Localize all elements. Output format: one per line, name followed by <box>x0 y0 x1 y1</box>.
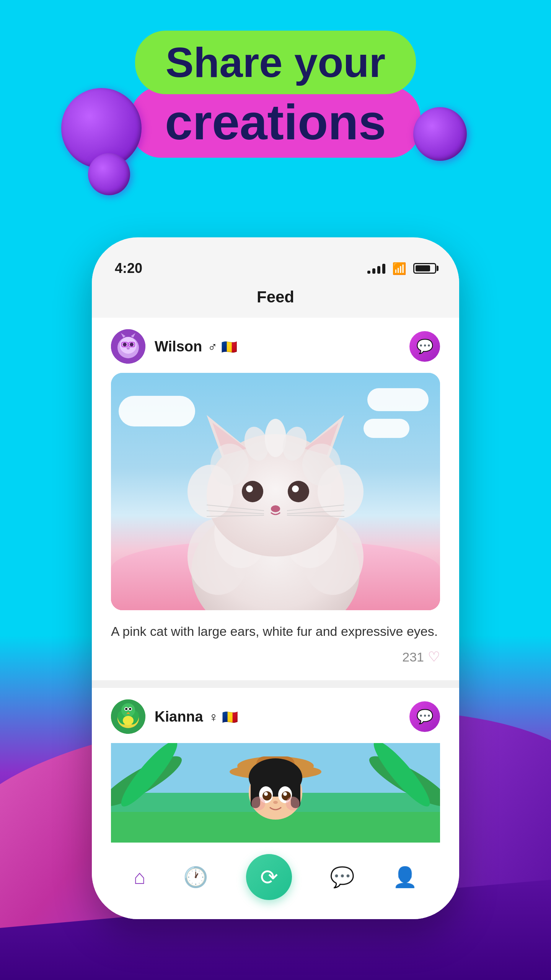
cat-illustration <box>111 373 440 610</box>
svg-point-37 <box>265 419 286 457</box>
svg-point-3 <box>123 343 127 346</box>
post-1-likes[interactable]: 231 ♡ <box>111 645 440 673</box>
nav-profile[interactable]: 👤 <box>393 866 417 889</box>
nav-history[interactable]: 🕐 <box>183 866 208 889</box>
phone-frame: 4:20 📶 Feed <box>92 237 459 919</box>
post-1-username: Wilson <box>155 338 202 354</box>
status-bar: 4:20 📶 <box>92 253 459 280</box>
post-separator <box>92 680 459 688</box>
post-2: Kianna ♀️ 🇷🇴 💬 <box>92 688 459 843</box>
nav-home[interactable]: ⌂ <box>134 866 145 889</box>
svg-point-8 <box>127 347 130 350</box>
home-icon: ⌂ <box>134 866 145 889</box>
signal-bar-3 <box>377 266 380 274</box>
battery-fill <box>416 265 430 271</box>
creations-badge: creations <box>130 87 421 158</box>
svg-point-4 <box>130 343 134 346</box>
post-2-badges: ♀️ 🇷🇴 <box>209 709 238 725</box>
svg-point-50 <box>123 716 134 725</box>
svg-point-29 <box>271 505 280 512</box>
heart-icon[interactable]: ♡ <box>428 649 440 665</box>
post-1-header: Wilson ♂️ 🇷🇴 💬 <box>111 329 440 364</box>
signal-bars-icon <box>367 263 385 274</box>
svg-point-70 <box>283 792 287 796</box>
cat-scene <box>111 373 440 610</box>
share-your-text: Share your <box>166 39 386 86</box>
likes-count: 231 <box>402 650 424 665</box>
signal-bar-4 <box>382 264 385 274</box>
status-time: 4:20 <box>115 260 142 276</box>
post-2-user[interactable]: Kianna ♀️ 🇷🇴 <box>111 699 238 734</box>
ball-small <box>88 153 130 195</box>
bottom-nav: ⌂ 🕐 ⟳ 💬 👤 <box>92 843 459 919</box>
chat-bubble-icon: 💬 <box>416 338 434 354</box>
nav-create-button[interactable]: ⟳ <box>246 854 292 900</box>
create-icon: ⟳ <box>260 865 278 890</box>
svg-point-44 <box>121 703 135 717</box>
post-1-description: A pink cat with large ears, white fur an… <box>111 618 440 645</box>
svg-point-24 <box>302 444 341 486</box>
phone-mockup: 4:20 📶 Feed <box>92 237 459 919</box>
chat-nav-icon: 💬 <box>330 866 355 889</box>
svg-point-48 <box>129 708 131 710</box>
post-1-user[interactable]: Wilson ♂️ 🇷🇴 <box>111 329 237 364</box>
post-1-avatar[interactable] <box>111 329 145 364</box>
svg-point-26 <box>288 481 309 502</box>
svg-point-25 <box>242 481 263 502</box>
svg-point-28 <box>292 485 299 492</box>
post-2-chat-button[interactable]: 💬 <box>409 701 440 732</box>
feed-title: Feed <box>92 280 459 318</box>
svg-point-27 <box>246 485 253 492</box>
nav-chat[interactable]: 💬 <box>330 866 355 889</box>
signal-bar-1 <box>367 271 370 274</box>
signal-bar-2 <box>372 268 375 274</box>
status-icons: 📶 <box>367 262 436 275</box>
creations-text: creations <box>165 94 386 150</box>
svg-point-75 <box>251 797 265 810</box>
post-1: Wilson ♂️ 🇷🇴 💬 <box>92 318 459 680</box>
svg-point-46 <box>125 708 127 710</box>
profile-icon: 👤 <box>393 866 417 889</box>
history-icon: 🕐 <box>183 866 208 889</box>
post-2-avatar[interactable] <box>111 699 145 734</box>
post-2-header: Kianna ♀️ 🇷🇴 💬 <box>111 699 440 734</box>
ball-right <box>413 107 467 161</box>
svg-point-23 <box>210 444 249 486</box>
chat-bubble-2-icon: 💬 <box>416 709 434 725</box>
post-1-image <box>111 373 440 610</box>
svg-point-69 <box>264 792 268 796</box>
share-your-badge: Share your <box>135 31 416 94</box>
battery-icon <box>413 263 436 274</box>
post-1-chat-button[interactable]: 💬 <box>409 331 440 362</box>
wifi-icon: 📶 <box>392 262 406 275</box>
svg-line-72 <box>266 783 266 786</box>
svg-line-73 <box>271 784 272 787</box>
post-1-badges: ♂️ 🇷🇴 <box>208 339 237 354</box>
post-2-illustration <box>111 743 440 843</box>
svg-point-74 <box>273 801 278 804</box>
post-2-image <box>111 743 440 843</box>
svg-point-76 <box>286 797 300 810</box>
post-2-user-info: Kianna ♀️ 🇷🇴 <box>155 709 238 725</box>
post-2-username: Kianna <box>155 709 203 725</box>
post-1-user-info: Wilson ♂️ 🇷🇴 <box>155 338 237 355</box>
